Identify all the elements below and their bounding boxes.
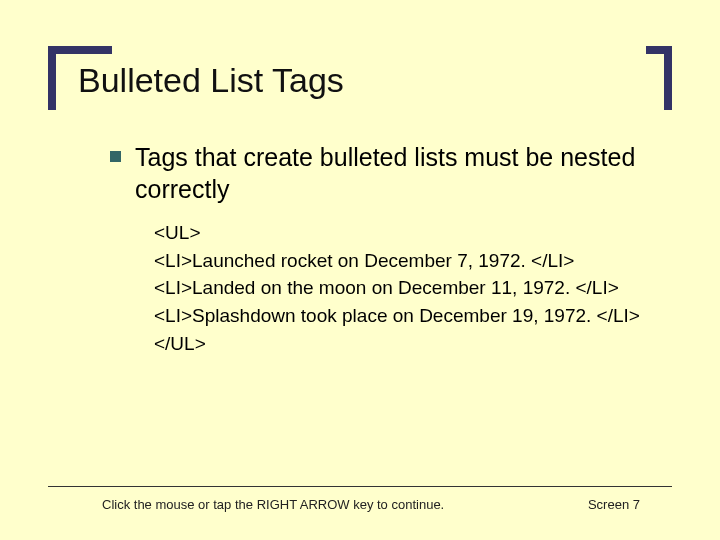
footer-row: Click the mouse or tap the RIGHT ARROW k…	[48, 497, 672, 512]
code-line: <UL>	[154, 219, 672, 247]
lead-text: Tags that create bulleted lists must be …	[135, 141, 672, 205]
bracket-left-icon	[48, 46, 112, 110]
slide: Bulleted List Tags Tags that create bull…	[0, 0, 720, 540]
footer-hint: Click the mouse or tap the RIGHT ARROW k…	[102, 497, 444, 512]
divider	[48, 486, 672, 487]
page-title: Bulleted List Tags	[78, 58, 662, 99]
screen-number: Screen 7	[588, 497, 640, 512]
code-line: <LI>Splashdown took place on December 19…	[154, 302, 672, 330]
title-area: Bulleted List Tags	[48, 46, 672, 113]
code-block: <UL> <LI>Launched rocket on December 7, …	[110, 205, 672, 357]
footer: Click the mouse or tap the RIGHT ARROW k…	[48, 486, 672, 512]
code-line: </UL>	[154, 330, 672, 358]
bracket-right-icon	[646, 46, 672, 110]
slide-body: Tags that create bulleted lists must be …	[48, 113, 672, 357]
code-line: <LI>Launched rocket on December 7, 1972.…	[154, 247, 672, 275]
code-line: <LI>Landed on the moon on December 11, 1…	[154, 274, 672, 302]
bullet-item: Tags that create bulleted lists must be …	[110, 141, 672, 205]
square-bullet-icon	[110, 151, 121, 162]
